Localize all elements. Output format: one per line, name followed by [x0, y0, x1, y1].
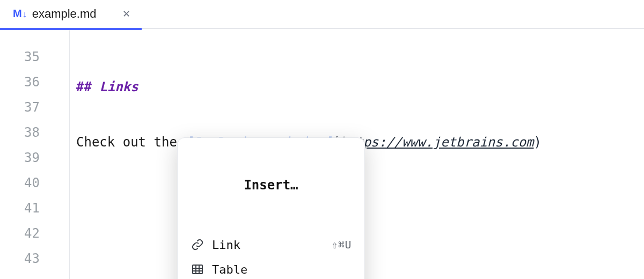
line-number: 38 [0, 120, 69, 145]
heading-text: Links [99, 79, 138, 94]
line-number: 41 [0, 195, 69, 221]
line-number: 40 [0, 170, 69, 195]
popup-title: Insert… [183, 178, 359, 193]
line-number: 43 [0, 246, 69, 271]
file-tab[interactable]: M ↓ example.md ✕ [5, 3, 138, 25]
menu-item-label: Link [212, 238, 324, 252]
line-number: 42 [0, 221, 69, 246]
menu-item-label: Table [212, 263, 352, 276]
markdown-file-icon: M ↓ [13, 8, 27, 20]
code-area[interactable]: ## Links Check out the [JetBrains websit… [70, 30, 644, 279]
svg-rect-0 [193, 265, 202, 274]
line-number: 37 [0, 94, 69, 120]
table-icon [191, 262, 204, 276]
tab-filename: example.md [32, 7, 97, 21]
menu-item-shortcut: ⇧⌘U [331, 238, 352, 251]
line-number: 39 [0, 145, 69, 170]
insert-menu-item-table[interactable]: Table [183, 257, 359, 279]
link-prefix-text: Check out the [76, 135, 185, 150]
editor: 353637383940414243 ## Links Check out th… [0, 30, 644, 279]
close-icon[interactable]: ✕ [122, 8, 130, 20]
insert-popup: Insert… Link⇧⌘UTableImage⌘UTable Of Cont… [177, 137, 365, 279]
code-line-35[interactable]: ## Links [70, 74, 644, 99]
line-number: 35 [0, 44, 69, 69]
link-icon [191, 238, 204, 252]
insert-menu-item-link[interactable]: Link⇧⌘U [183, 232, 359, 257]
heading-marker: ## [76, 79, 99, 94]
tab-bar: M ↓ example.md ✕ [0, 0, 644, 28]
markdown-arrow: ↓ [23, 10, 27, 19]
line-number-gutter: 353637383940414243 [0, 30, 70, 279]
link-url: https://www.jetbrains.com [340, 135, 533, 150]
url-close-paren: ) [534, 135, 541, 150]
line-number: 36 [0, 69, 69, 94]
markdown-m: M [13, 8, 21, 20]
